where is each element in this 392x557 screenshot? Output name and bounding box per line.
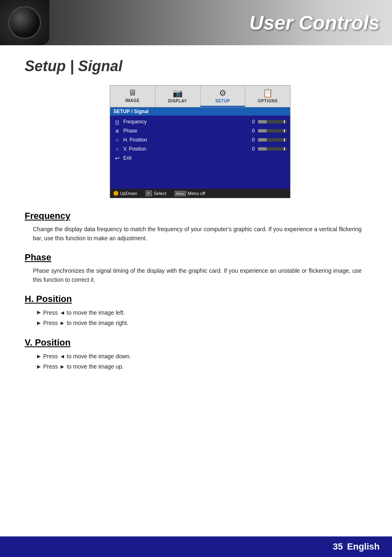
vposition-bullet-1-text: Press ◄ to move the image down.: [43, 351, 131, 362]
menu-items: ||| Frequency 0 ⊞ Phase 0 □: [110, 116, 290, 189]
phase-bar: [258, 129, 287, 132]
phase-icon: ⊞: [113, 129, 121, 133]
image-tab-icon: 🖥: [128, 88, 136, 97]
exit-label: Exit: [123, 155, 287, 161]
vposition-value: 0: [250, 146, 255, 152]
bullet-arrow-icon: ▶: [37, 308, 41, 317]
vposition-bullet-2: ▶ Press ► to move the image up.: [37, 362, 376, 372]
menuoff-label: Menu off: [188, 191, 205, 196]
menu-ui: 🖥 IMAGE 📷 DISPLAY ⚙ SETUP 📋 OPTIONS SETU…: [110, 85, 291, 198]
menuoff-icon: Menu: [175, 191, 186, 196]
section-heading-frequency: Frequency: [25, 211, 376, 221]
tab-image[interactable]: 🖥 IMAGE: [110, 86, 155, 107]
menu-item-frequency[interactable]: ||| Frequency 0: [110, 117, 290, 126]
vposition-icon: □: [113, 147, 121, 151]
tab-display-label: DISPLAY: [168, 99, 187, 103]
tab-setup[interactable]: ⚙ SETUP: [201, 86, 246, 107]
vposition-bar: [258, 147, 287, 151]
options-tab-icon: 📋: [263, 88, 273, 98]
frequency-label: Frequency: [123, 119, 250, 125]
menu-tabs: 🖥 IMAGE 📷 DISPLAY ⚙ SETUP 📋 OPTIONS: [110, 86, 290, 107]
section-heading-hposition: H. Position: [25, 294, 376, 304]
hposition-bar: [258, 138, 287, 142]
section-heading-phase: Phase: [25, 252, 376, 263]
bullet-arrow-icon-4: ▶: [37, 362, 41, 371]
tab-options[interactable]: 📋 OPTIONS: [245, 86, 290, 107]
frequency-value: 0: [250, 119, 255, 125]
setup-tab-icon: ⚙: [219, 88, 226, 98]
hposition-bullet-2-text: Press ► to move the image right.: [43, 318, 129, 328]
menu-path: SETUP / Signal: [110, 107, 290, 116]
display-tab-icon: 📷: [173, 88, 183, 98]
main-content: Setup | Signal 🖥 IMAGE 📷 DISPLAY ⚙ SETUP…: [0, 45, 392, 388]
phase-label: Phase: [123, 128, 250, 134]
tab-options-label: OPTIONS: [258, 99, 278, 103]
phase-value: 0: [250, 128, 255, 134]
page-title: User Controls: [249, 12, 392, 34]
tab-display[interactable]: 📷 DISPLAY: [155, 86, 201, 107]
updown-icon: [113, 191, 118, 196]
menu-item-phase[interactable]: ⊞ Phase 0: [110, 126, 290, 135]
section-heading-vposition: V. Position: [25, 337, 376, 348]
nav-menuoff: Menu Menu off: [175, 191, 205, 196]
hposition-icon: □: [113, 138, 121, 142]
footer-language: English: [347, 541, 380, 552]
header-bar: User Controls: [0, 0, 392, 45]
bullet-arrow-icon-3: ▶: [37, 352, 41, 361]
vposition-bullet-list: ▶ Press ◄ to move the image down. ▶ Pres…: [25, 351, 376, 372]
menu-item-vposition[interactable]: □ V. Position 0: [110, 144, 290, 153]
nav-select: ↵ Select: [145, 190, 166, 196]
section-body-frequency: Change the display data frequency to mat…: [25, 225, 362, 243]
footer: 35 English: [0, 536, 392, 557]
camera-lens: [8, 6, 41, 39]
nav-updown: UpDown: [113, 191, 137, 196]
menu-item-hposition[interactable]: □ H. Position 0: [110, 135, 290, 144]
section-body-phase: Phase synchronizes the signal timing of …: [25, 266, 362, 285]
select-icon: ↵: [145, 190, 152, 196]
menu-nav: UpDown ↵ Select Menu Menu off: [110, 189, 290, 198]
tab-image-label: IMAGE: [125, 98, 140, 103]
exit-icon: ↩: [113, 155, 121, 161]
footer-page-number: 35: [333, 541, 343, 552]
frequency-icon: |||: [113, 119, 121, 125]
menu-item-exit[interactable]: ↩ Exit: [110, 153, 290, 162]
vposition-bullet-2-text: Press ► to move the image up.: [43, 362, 124, 372]
bullet-arrow-icon-2: ▶: [37, 319, 41, 328]
tab-setup-label: SETUP: [215, 99, 230, 103]
hposition-label: H. Position: [123, 137, 250, 143]
camera-decoration: [0, 0, 49, 45]
select-label: Select: [154, 191, 166, 196]
page-subtitle: Setup | Signal: [25, 58, 376, 75]
vposition-bullet-1: ▶ Press ◄ to move the image down.: [37, 351, 376, 362]
hposition-value: 0: [250, 137, 255, 143]
hposition-bullet-1: ▶ Press ◄ to move the image left.: [37, 308, 376, 318]
frequency-bar: [258, 120, 287, 123]
hposition-bullet-1-text: Press ◄ to move the image left.: [43, 308, 125, 318]
hposition-bullet-2: ▶ Press ► to move the image right.: [37, 318, 376, 328]
vposition-label: V. Position: [123, 146, 250, 152]
hposition-bullet-list: ▶ Press ◄ to move the image left. ▶ Pres…: [25, 308, 376, 328]
updown-label: UpDown: [120, 191, 137, 196]
